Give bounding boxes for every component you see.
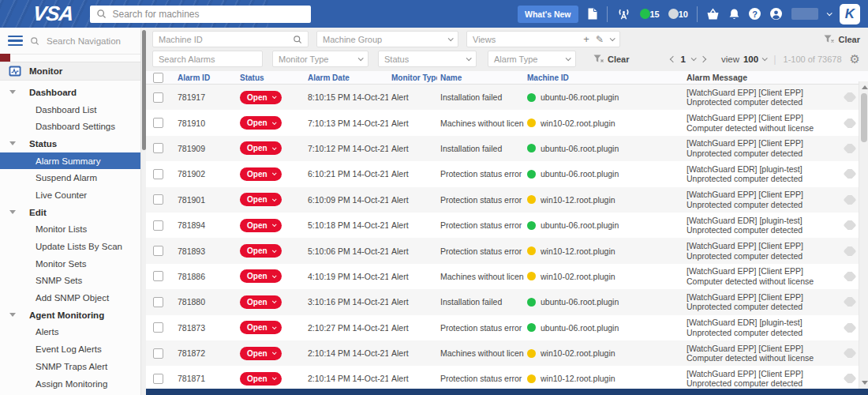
col-alarm-date[interactable]: Alarm Date [305,73,388,82]
status-open-dropdown[interactable]: Open [240,193,282,206]
status-open-dropdown[interactable]: Open [240,219,282,232]
sidebar-item[interactable]: Monitor Lists [0,221,140,239]
row-checkbox[interactable] [153,348,163,359]
machine-id-input[interactable] [159,35,293,44]
status-dropdown[interactable]: Status [378,51,477,67]
tag-icon[interactable] [844,92,857,102]
sidebar-item[interactable]: Add SNMP Object [0,289,140,307]
whats-new-button[interactable]: What's New [518,6,578,23]
sidebar-item[interactable]: Alarm Summary [0,152,140,170]
chevron-down-icon[interactable] [610,36,615,41]
status-open-dropdown[interactable]: Open [240,295,282,309]
user-icon[interactable] [769,7,783,21]
col-name[interactable]: Name [437,73,524,82]
machine-search-box[interactable] [90,6,311,23]
machine-id[interactable]: ubuntu-06.root.plugin [541,323,619,333]
account-chevron-down-icon[interactable] [827,10,832,16]
col-alarm-message[interactable]: Alarm Message [683,73,841,83]
machine-id[interactable]: ubuntu-06.root.plugin [541,297,619,307]
sidebar-item[interactable]: Monitor Log [0,392,140,395]
sidebar-item[interactable]: Update Lists By Scan [0,238,140,255]
tag-icon[interactable] [844,348,857,358]
sidebar-item[interactable]: Dashboard [0,84,140,101]
sidebar-item[interactable]: Alerts [0,324,140,341]
clear-machine-filter-button[interactable]: Clear [824,35,860,44]
status-open-dropdown[interactable]: Open [240,321,282,334]
row-checkbox[interactable] [153,118,163,128]
chevron-down-icon[interactable] [9,141,16,145]
col-machine-id[interactable]: Machine ID [524,73,683,82]
tag-icon[interactable] [844,169,857,179]
page-chevron-down-icon[interactable] [691,55,697,61]
status-open-dropdown[interactable]: Open [240,91,282,104]
chevron-down-icon[interactable] [9,210,16,214]
sidebar-search[interactable]: Search Navigation [0,28,140,55]
machine-id[interactable]: win10-12.root.plugin [541,195,615,205]
tag-icon[interactable] [844,195,857,205]
chevron-down-icon[interactable] [9,313,16,317]
status-open-dropdown[interactable]: Open [240,347,282,360]
col-status[interactable]: Status [237,73,305,82]
tag-icon[interactable] [844,323,857,333]
tag-icon[interactable] [844,144,857,153]
search-alarms-input[interactable] [159,55,271,64]
machine-id[interactable]: ubuntu-06.root.plugin [541,144,619,153]
view-count-dropdown[interactable]: view 100 [721,55,766,64]
row-checkbox[interactable] [153,297,163,307]
row-checkbox[interactable] [153,143,163,153]
status-open-dropdown[interactable]: Open [240,141,282,155]
views-dropdown[interactable]: Views + ✎ [466,31,620,47]
alarm-type-dropdown[interactable]: Alarm Type [488,51,576,67]
row-checkbox[interactable] [153,194,163,205]
tag-icon[interactable] [844,374,857,383]
status-open-dropdown[interactable]: Open [240,372,282,386]
clear-alarm-filter-button[interactable]: Clear [593,55,630,64]
machine-id[interactable]: win10-02.root.plugin [541,118,615,128]
tag-icon[interactable] [844,118,857,128]
machine-id[interactable]: win10-02.root.plugin [541,348,615,358]
row-checkbox[interactable] [153,322,163,333]
tag-icon[interactable] [844,297,857,307]
sidebar-item[interactable]: Monitor Sets [0,255,140,273]
select-all-checkbox[interactable] [153,73,163,83]
offline-agents-badge[interactable]: 10 [668,9,688,19]
status-open-dropdown[interactable]: Open [240,269,282,283]
sidebar-item[interactable]: Event Log Alerts [0,340,140,358]
kaseya-logo[interactable]: K [840,4,860,24]
col-monitor-type[interactable]: Monitor Type [388,73,437,82]
prev-page-icon[interactable] [669,55,675,62]
basket-icon[interactable] [706,8,720,21]
sidebar-item[interactable]: Dashboard List [0,101,140,118]
sidebar-item[interactable]: Dashboard Settings [0,118,140,135]
sidebar-item[interactable]: Edit [0,204,140,221]
sidebar-item[interactable]: Live Counter [0,186,140,204]
online-agents-badge[interactable]: 15 [640,9,660,19]
row-checkbox[interactable] [153,246,163,256]
machine-id[interactable]: win10-12.root.plugin [541,374,615,383]
sidebar-item[interactable]: Agent Monitoring [0,307,140,324]
table-scrollbar-thumb[interactable] [861,93,867,142]
sidebar-item[interactable]: SNMP Sets [0,273,140,290]
page-number[interactable]: 1 [681,55,686,64]
machine-id-filter[interactable] [152,31,309,47]
machine-group-dropdown[interactable]: Machine Group [316,31,458,47]
antenna-icon[interactable] [616,7,631,21]
machine-id[interactable]: ubuntu-06.root.plugin [541,169,619,179]
edit-view-pencil-icon[interactable]: ✎ [596,34,604,45]
tag-icon[interactable] [844,246,857,256]
sidebar-item[interactable]: Suspend Alarm [0,169,140,186]
row-checkbox[interactable] [153,374,163,384]
document-icon[interactable] [587,7,598,21]
machine-id[interactable]: ubuntu-06.root.plugin [541,92,619,102]
sidebar-item[interactable]: Monitor [0,62,140,81]
sidebar-item[interactable]: SNMP Traps Alert [0,358,140,375]
settings-gear-icon[interactable]: ⚙ [850,53,860,65]
monitor-type-dropdown[interactable]: Monitor Type [272,51,369,67]
col-alarm-id[interactable]: Alarm ID [170,73,237,82]
scroll-up-icon[interactable] [862,85,868,89]
chevron-down-icon[interactable] [9,90,16,94]
help-icon[interactable]: ? [749,8,761,20]
hamburger-icon[interactable] [8,36,23,47]
machine-id[interactable]: ubuntu-06.root.plugin [541,220,619,230]
machine-search-input[interactable] [112,9,305,20]
